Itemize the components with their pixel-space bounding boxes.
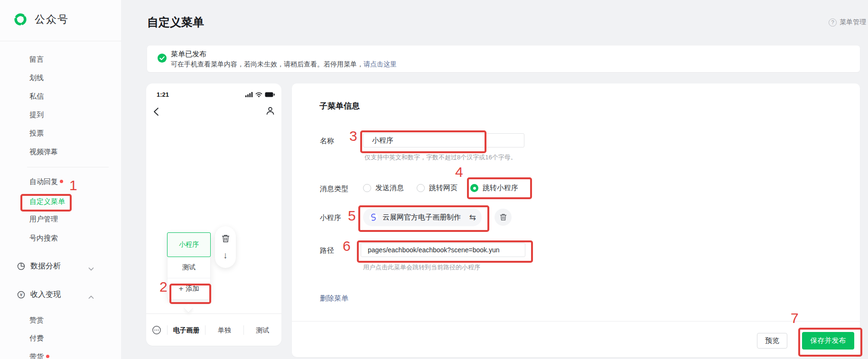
path-input-value: pages/eachbook/eachbook?scene=book.yun <box>368 246 500 254</box>
radio-jump-webpage[interactable]: 跳转网页 <box>417 184 457 193</box>
plus-icon: + <box>179 284 184 294</box>
wifi-icon <box>255 92 262 97</box>
brand-header: 公众号 <box>13 12 69 27</box>
menu-bar-item-ebook[interactable]: 电子画册 <box>167 325 205 335</box>
path-hint: 用户点击此菜单会跳转到当前路径的小程序 <box>363 263 480 272</box>
sidebar-top-divider <box>0 41 121 41</box>
phone-clock: 1:21 <box>157 91 169 98</box>
sidebar-section-label: 数据分析 <box>30 261 61 271</box>
miniprogram-name: 云展网官方电子画册制作 <box>383 213 465 222</box>
radio-label: 跳转网页 <box>429 184 457 193</box>
trash-icon[interactable] <box>222 234 230 243</box>
back-chevron-icon[interactable] <box>153 107 159 118</box>
pie-chart-icon <box>17 262 25 270</box>
radio-selected-icon <box>470 184 478 192</box>
path-input[interactable]: pages/eachbook/eachbook?scene=book.yun <box>361 243 525 257</box>
sidebar-item-paid-content[interactable]: 付费 <box>29 334 44 343</box>
sidebar-item-user-management[interactable]: 用户管理 <box>29 215 58 224</box>
sidebar-item-video-danmu[interactable]: 视频弹幕 <box>29 147 58 156</box>
name-input-value: 小程序 <box>372 136 393 145</box>
miniprogram-chip[interactable]: 云展网官方电子画册制作 ⇆ <box>363 208 482 226</box>
phone-status-icons <box>245 92 275 97</box>
submenu-form-panel: 子菜单信息 名称 小程序 仅支持中英文和数字，字数不超过8个汉字或16个字母。 … <box>292 83 860 357</box>
battery-icon <box>265 92 275 97</box>
footer-divider <box>292 321 860 322</box>
popup-caret <box>184 304 193 313</box>
preview-button[interactable]: 预览 <box>757 333 787 349</box>
wechat-official-account-logo-icon <box>13 12 28 27</box>
move-down-arrow-icon[interactable]: ↓ <box>223 251 228 260</box>
radio-label: 发送消息 <box>375 184 404 193</box>
trash-icon <box>500 213 507 221</box>
save-and-publish-button[interactable]: 保存并发布 <box>802 332 854 350</box>
signal-bars-icon <box>245 92 253 97</box>
money-circle-icon: ¥ <box>17 291 25 299</box>
red-dot-badge <box>46 355 49 358</box>
menu-manage-label: 菜单管理 <box>840 18 866 27</box>
notice-title: 菜单已发布 <box>171 50 206 59</box>
name-hint: 仅支持中英文和数字，字数不超过8个汉字或16个字母。 <box>364 153 517 162</box>
form-title: 子菜单信息 <box>319 101 360 111</box>
sidebar-item-auto-reply[interactable]: 自动回复 <box>29 177 58 186</box>
disable-menu-link[interactable]: 请点击这里 <box>364 60 397 68</box>
red-dot-badge <box>60 180 63 183</box>
delete-menu-link[interactable]: 删除菜单 <box>320 294 348 303</box>
path-field-label: 路径 <box>320 246 334 255</box>
menu-bar-item-test[interactable]: 测试 <box>243 325 281 335</box>
submenu-popup: 小程序 测试 + 添加 <box>167 232 211 300</box>
sidebar-item-custom-menu[interactable]: 自定义菜单 <box>29 197 65 206</box>
submenu-add-button[interactable]: + 添加 <box>168 278 210 299</box>
submenu-tools-pill: ↓ <box>215 226 236 268</box>
notice-body-text: 可在手机查看菜单内容，若尚未生效，请稍后查看。若停用菜单， <box>171 60 364 68</box>
brand-title: 公众号 <box>35 12 69 27</box>
radio-label: 跳转小程序 <box>483 184 518 193</box>
submenu-item-miniprogram[interactable]: 小程序 <box>167 232 211 257</box>
miniprogram-s-icon <box>369 212 378 222</box>
sidebar-item-account-search[interactable]: 号内搜索 <box>29 234 58 243</box>
sidebar-item-comments[interactable]: 留言 <box>29 55 44 64</box>
sidebar-item-underline[interactable]: 划线 <box>29 74 44 83</box>
menu-bar-item-single[interactable]: 单独 <box>205 325 243 335</box>
sidebar-section-data-analysis[interactable]: 数据分析 <box>17 261 61 271</box>
msg-type-label: 消息类型 <box>320 184 348 193</box>
sidebar-item-votes[interactable]: 投票 <box>29 129 44 138</box>
check-circle-icon <box>158 54 167 63</box>
sidebar-item-mentions[interactable]: 提到 <box>29 110 44 120</box>
chevron-down-icon[interactable] <box>88 264 94 273</box>
radio-circle-icon <box>363 184 371 192</box>
person-icon[interactable] <box>266 106 275 117</box>
publish-success-banner: 菜单已发布 可在手机查看菜单内容，若尚未生效，请稍后查看。若停用菜单，请点击这里 <box>147 46 860 72</box>
question-circle-icon: ? <box>829 18 837 27</box>
sidebar-section-income[interactable]: ¥ 收入变现 <box>17 290 61 300</box>
radio-send-message[interactable]: 发送消息 <box>363 184 404 193</box>
remove-miniprogram-button[interactable] <box>495 209 512 226</box>
menu-manage-link[interactable]: ? 菜单管理 <box>829 18 866 27</box>
page-title: 自定义菜单 <box>147 15 204 30</box>
sidebar-section-label: 收入变现 <box>30 290 61 300</box>
phone-menu-bar: 电子画册 单独 测试 <box>146 314 281 346</box>
chevron-up-icon[interactable] <box>88 293 94 301</box>
sidebar-item-livestream-goods[interactable]: 带货 <box>29 352 44 359</box>
radio-circle-icon <box>417 184 425 192</box>
radio-jump-miniprogram[interactable]: 跳转小程序 <box>470 184 518 193</box>
sidebar-item-appreciation[interactable]: 赞赏 <box>29 316 44 325</box>
name-input[interactable]: 小程序 <box>363 133 524 147</box>
swap-arrows-icon[interactable]: ⇆ <box>469 212 476 222</box>
svg-text:¥: ¥ <box>20 293 23 297</box>
sidebar-item-private-msg[interactable]: 私信 <box>29 92 44 101</box>
notice-body: 可在手机查看菜单内容，若尚未生效，请稍后查看。若停用菜单，请点击这里 <box>171 60 397 69</box>
name-field-label: 名称 <box>320 137 334 146</box>
miniprogram-field-label: 小程序 <box>320 213 341 222</box>
sidebar-mid-divider <box>27 167 109 167</box>
sidebar: 公众号 留言 划线 私信 提到 投票 视频弹幕 自动回复 自定义菜单 用户管理 … <box>0 0 121 359</box>
submenu-add-label: 添加 <box>186 285 199 293</box>
submenu-item-test[interactable]: 测试 <box>168 257 210 278</box>
phone-preview-panel: 1:21 小程序 测试 + 添加 ↓ <box>146 83 281 346</box>
menu-toggle-icon[interactable] <box>146 325 167 335</box>
